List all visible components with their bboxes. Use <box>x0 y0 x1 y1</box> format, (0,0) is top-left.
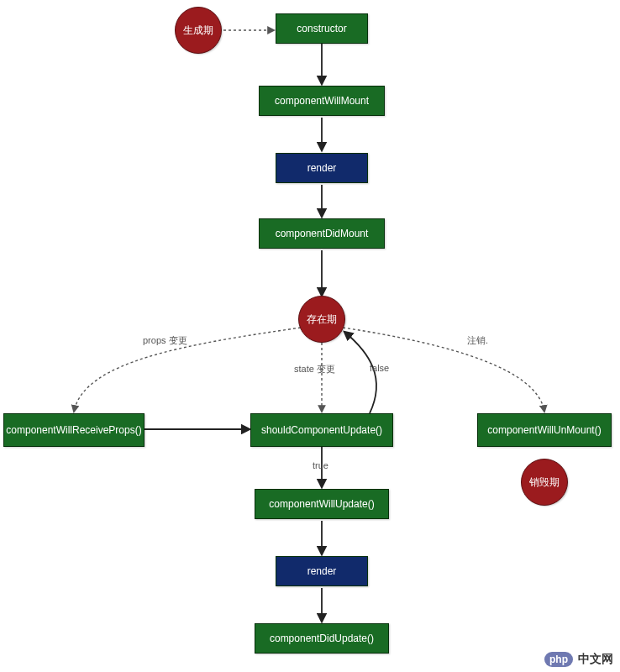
phase-destruction-circle: 销毁期 <box>521 459 568 506</box>
label-render-1: render <box>307 162 337 174</box>
box-component-will-update: componentWillUpdate() <box>255 489 389 519</box>
label-component-will-update: componentWillUpdate() <box>269 498 374 510</box>
box-should-component-update: shouldComponentUpdate() <box>250 413 393 447</box>
label-component-did-mount: componentDidMount <box>276 228 369 239</box>
label-component-will-unmount: componentWillUnMount() <box>487 424 601 436</box>
box-component-did-update: componentDidUpdate() <box>255 623 389 654</box>
php-logo: php <box>544 652 573 667</box>
box-component-will-mount: componentWillMount <box>259 86 385 116</box>
phase-existence-label: 存在期 <box>307 312 337 327</box>
label-state-change: state 变更 <box>294 363 335 375</box>
label-unregister: 注销. <box>467 334 488 347</box>
box-component-did-mount: componentDidMount <box>259 218 385 249</box>
phase-destruction-label: 销毁期 <box>529 475 560 490</box>
branding: php 中文网 <box>544 652 613 667</box>
phase-existence-circle: 存在期 <box>298 296 345 343</box>
label-props-change: props 变更 <box>143 334 187 347</box>
site-name: 中文网 <box>578 652 613 667</box>
box-render-1: render <box>276 153 368 183</box>
box-render-2: render <box>276 556 368 586</box>
label-false: false <box>370 363 389 373</box>
phase-creation-circle: 生成期 <box>175 7 222 54</box>
box-component-will-unmount: componentWillUnMount() <box>477 413 612 447</box>
label-component-will-receive-props: componentWillReceiveProps() <box>6 424 141 436</box>
label-true: true <box>313 460 328 470</box>
label-constructor: constructor <box>297 23 346 34</box>
label-component-did-update: componentDidUpdate() <box>270 633 374 644</box>
phase-creation-label: 生成期 <box>183 24 213 38</box>
label-should-component-update: shouldComponentUpdate() <box>261 424 382 436</box>
label-render-2: render <box>307 565 337 577</box>
box-component-will-receive-props: componentWillReceiveProps() <box>3 413 144 447</box>
box-constructor: constructor <box>276 13 368 44</box>
label-component-will-mount: componentWillMount <box>275 95 369 107</box>
